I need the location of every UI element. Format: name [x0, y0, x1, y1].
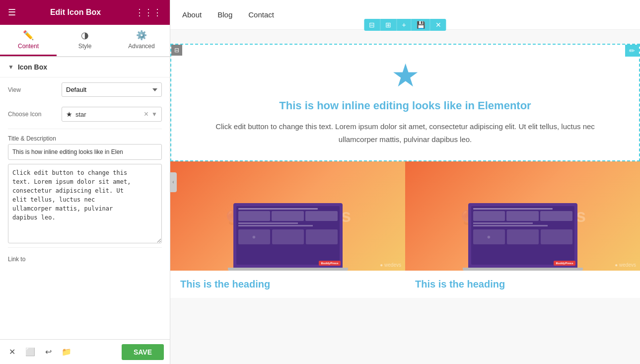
title-desc-label: Title & Description: [0, 131, 170, 144]
col-item-1: 🔮 BuddyPress: [170, 161, 405, 298]
icon-box-widget: ⊟ ✏ ★ This is how inline editing looks l…: [170, 44, 640, 161]
content-tab-icon: ✏️: [23, 30, 34, 41]
wedevs-2: ● wedevs: [615, 262, 636, 268]
tab-advanced[interactable]: ⚙️ Advanced: [113, 25, 170, 56]
widget-description[interactable]: Click edit button to change this text. L…: [207, 120, 604, 146]
advanced-tab-label: Advanced: [128, 43, 154, 50]
nav-contact[interactable]: Contact: [248, 10, 274, 19]
main-content: ⊟ ⊞ + 💾 ✕ ⊟ ✏ ★ This is how inline editi…: [170, 30, 640, 364]
right-panel: About Blog Contact ⊟ ⊞ + 💾 ✕ ⊟ ✏ ★: [170, 0, 640, 364]
buddypress-overlay-2: 🔮 BuddyPress: [405, 161, 640, 271]
col-image-1: 🔮 BuddyPress: [170, 161, 405, 271]
widget-toolbar-close-icon[interactable]: ✕: [430, 19, 446, 31]
star-icon: ★: [66, 110, 72, 118]
widget-toolbar: ⊟ ⊞ + 💾 ✕: [364, 19, 446, 31]
widget-toolbar-bookmark-icon[interactable]: 💾: [412, 19, 430, 31]
divider-2: [8, 247, 162, 248]
panel-header: ☰ Edit Icon Box ⋮⋮⋮: [0, 0, 170, 25]
view-field: View Default Top Icon Left Icon: [0, 77, 170, 102]
nav-blog[interactable]: Blog: [217, 10, 232, 19]
col-image-2: 🔮 BuddyPress: [405, 161, 640, 271]
tab-style[interactable]: ◑ Style: [57, 25, 113, 56]
folder-button[interactable]: 📁: [59, 345, 74, 359]
widget-section-button[interactable]: ⊟: [171, 45, 182, 56]
icon-input-text: star: [75, 111, 141, 118]
save-button[interactable]: SAVE: [122, 344, 164, 360]
section-collapse-arrow[interactable]: ▼: [8, 64, 14, 71]
divider-1: [8, 129, 162, 129]
col-item-2: 🔮 BuddyPress: [405, 161, 640, 298]
content-tab-label: Content: [18, 43, 39, 50]
hamburger-icon[interactable]: ☰: [8, 7, 16, 18]
style-tab-label: Style: [78, 43, 92, 50]
laptop-1: ⊕ BuddyPress: [233, 203, 343, 271]
advanced-tab-icon: ⚙️: [136, 30, 147, 41]
description-textarea[interactable]: Click edit button to change this text. L…: [8, 164, 162, 243]
col-heading-2: This is the heading: [405, 271, 640, 298]
collapse-handle[interactable]: ‹: [170, 172, 177, 192]
nav-about[interactable]: About: [182, 10, 202, 19]
widget-title[interactable]: This is how inline editing looks like in…: [181, 99, 629, 112]
two-col-section: 🔮 BuddyPress: [170, 161, 640, 298]
buddypress-overlay-1: 🔮 BuddyPress: [170, 161, 405, 271]
laptop-2: ⊕ BuddyPress: [468, 203, 577, 271]
icon-clear-button[interactable]: ×: [144, 110, 148, 119]
choose-icon-label: Choose Icon: [8, 111, 58, 118]
tab-content[interactable]: ✏️ Content: [0, 25, 57, 56]
view-label: View: [8, 86, 58, 93]
close-button[interactable]: ✕: [6, 345, 18, 359]
widget-star-icon: ★: [181, 60, 629, 91]
widget-wrapper: ⊟ ⊞ + 💾 ✕ ⊟ ✏ ★ This is how inline editi…: [170, 30, 640, 161]
widget-toolbar-add-icon[interactable]: +: [397, 19, 411, 31]
panel-title: Edit Icon Box: [50, 8, 101, 17]
buddypress-badge-1: BuddyPress: [319, 261, 340, 266]
left-panel: ☰ Edit Icon Box ⋮⋮⋮ ✏️ Content ◑ Style ⚙…: [0, 0, 170, 364]
icon-input-wrapper[interactable]: ★ star × ▼: [62, 107, 162, 122]
tablet-view-button[interactable]: ⬜: [22, 345, 38, 359]
icon-dropdown-button[interactable]: ▼: [151, 111, 157, 118]
style-tab-icon: ◑: [81, 30, 89, 41]
section-title: Icon Box: [18, 63, 47, 71]
widget-toolbar-save-icon[interactable]: ⊟: [364, 19, 380, 31]
buddypress-badge-2: BuddyPress: [554, 261, 575, 266]
grid-icon[interactable]: ⋮⋮⋮: [135, 7, 162, 18]
widget-edit-corner[interactable]: ✏: [625, 45, 639, 57]
panel-tabs: ✏️ Content ◑ Style ⚙️ Advanced: [0, 25, 170, 57]
section-header: ▼ Icon Box: [0, 57, 170, 77]
bottom-toolbar: ✕ ⬜ ↩ 📁 SAVE: [0, 339, 170, 364]
view-select[interactable]: Default Top Icon Left Icon: [62, 82, 162, 97]
wedevs-1: ● wedevs: [380, 262, 401, 268]
choose-icon-field: Choose Icon ★ star × ▼: [0, 102, 170, 127]
link-label: Link to: [0, 250, 170, 265]
widget-toolbar-copy-icon[interactable]: ⊞: [380, 19, 397, 31]
undo-button[interactable]: ↩: [42, 345, 55, 359]
panel-content: ▼ Icon Box View Default Top Icon Left Ic…: [0, 57, 170, 364]
col-heading-1: This is the heading: [170, 271, 405, 298]
title-input[interactable]: [8, 144, 162, 160]
